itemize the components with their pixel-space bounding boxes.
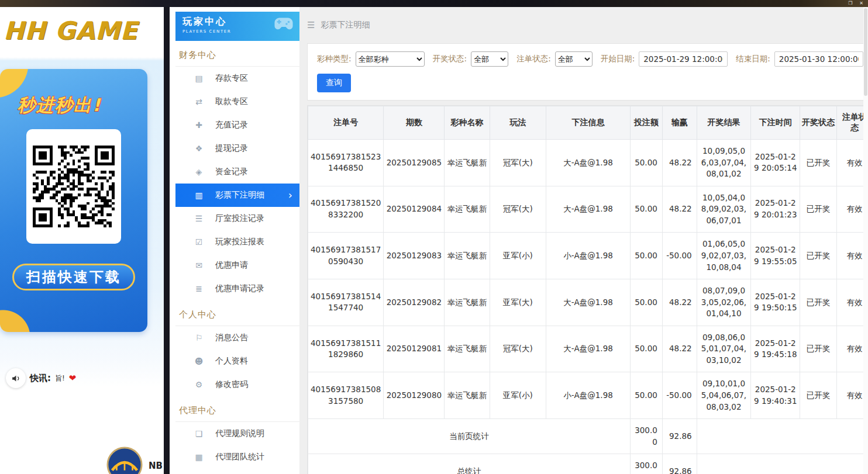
gamepad-icon: [274, 17, 294, 33]
qr-code: [33, 146, 115, 227]
summary-empty: [697, 419, 868, 454]
scrollbar-thumb[interactable]: [864, 8, 867, 96]
sidebar-item-label: 彩票下注明细: [215, 190, 264, 200]
sidebar-item-deposit[interactable]: ▤存款专区: [175, 67, 299, 90]
filter-row: 彩种类型: 全部彩种 开奖状态: 全部 注单状态: 全部 开始日期: 结束日期:: [317, 51, 863, 67]
table-cell: 50.00: [630, 326, 662, 372]
table-cell: 401569173815170590430: [308, 233, 384, 279]
section-header: 代理中心: [175, 396, 299, 422]
close-icon[interactable]: ✕: [859, 0, 863, 7]
funds-records-icon: ◈: [194, 167, 204, 177]
end-date-input[interactable]: [774, 51, 863, 67]
sidebar-item-withdraw-records[interactable]: ❖提现记录: [175, 137, 299, 160]
table-cell: 冠军(大): [490, 140, 546, 186]
bet-status-select[interactable]: 全部: [555, 51, 593, 67]
table-cell: 20250129082: [384, 279, 445, 326]
column-header: 投注额: [630, 106, 662, 140]
sidebar-item-label: 优惠申请记录: [215, 283, 264, 294]
filter-actions: 查询: [317, 74, 863, 92]
column-header: 开奖状态: [800, 106, 837, 140]
maximize-icon[interactable]: ❐: [848, 0, 852, 7]
table-cell: 01,06,05,09,02,07,03,10,08,04: [697, 233, 751, 279]
sidebar-item-agent-rules[interactable]: ❏代理规则说明: [175, 422, 299, 445]
table-cell: 已开奖: [800, 279, 837, 326]
table-cell: 20250129080: [384, 372, 445, 419]
table-cell: 已开奖: [800, 233, 837, 279]
page-title: 彩票下注明细: [321, 20, 370, 30]
table-cell: 大-A盘@1.98: [546, 279, 631, 326]
table-cell: 亚军(大): [490, 279, 546, 326]
table-cell: 20250129085: [384, 140, 445, 186]
table-cell: -50.00: [662, 233, 697, 279]
sidebar-item-label: 取款专区: [215, 96, 248, 107]
table-cell: 冠军(大): [490, 186, 546, 233]
ticker-label: 快讯:: [30, 373, 51, 384]
sidebar-item-label: 个人资料: [215, 356, 248, 366]
withdraw-icon: ⇄: [194, 97, 204, 106]
sidebar-item-recharge-records[interactable]: ✚充值记录: [175, 113, 299, 137]
lottery-type-label: 彩种类型:: [317, 54, 352, 64]
scan-download-button[interactable]: 扫描快速下载: [12, 264, 135, 290]
agent-team-icon: ▦: [194, 452, 204, 462]
table-cell: 亚军(小): [490, 233, 546, 279]
promo-apply-records-icon: ≣: [194, 284, 204, 293]
table-cell: 幸运飞艇新: [445, 233, 490, 279]
column-header: 彩种名称: [445, 106, 490, 140]
sidebar-item-profile[interactable]: ☻个人资料: [175, 350, 299, 373]
sidebar-item-label: 优惠申请: [215, 260, 248, 271]
column-header: 开奖结果: [697, 106, 751, 140]
table-row: 40156917381508315758020250129080幸运飞艇新亚军(…: [308, 372, 868, 419]
table-cell: 冠军(大): [490, 326, 546, 372]
sidebar-item-promo-apply-records[interactable]: ≣优惠申请记录: [175, 277, 299, 300]
sidebar-item-hall-bet-records[interactable]: ☰厅室投注记录: [175, 207, 299, 230]
table-cell: 401569173815083157580: [308, 372, 384, 419]
table-cell: 50.00: [630, 279, 662, 326]
sidebar-item-lottery-bet-details[interactable]: ▥彩票下注明细›: [175, 184, 299, 207]
sidebar-item-label: 厅室投注记录: [215, 213, 264, 224]
sidebar-item-label: 玩家投注报表: [215, 237, 264, 247]
sidebar-header: 玩家中心 PLAYERS CENTER: [175, 12, 299, 41]
table-cell: 50.00: [630, 372, 662, 419]
sidebar-item-promo-apply[interactable]: ✉优惠申请: [175, 254, 299, 277]
main-content: ☰ 彩票下注明细 彩种类型: 全部彩种 开奖状态: 全部 注单状态: 全部 开始…: [299, 7, 868, 474]
sidebar: 玩家中心 PLAYERS CENTER 财务中心▤存款专区⇄取款专区✚充值记录❖…: [170, 7, 299, 474]
start-date-input[interactable]: [639, 51, 728, 67]
table-cell: 08,07,09,03,05,02,06,01,04,10: [697, 279, 751, 326]
menu-icon[interactable]: ☰: [307, 20, 315, 30]
sidebar-item-label: 资金记录: [215, 167, 248, 177]
table-row: 40156917381523144685020250129085幸运飞艇新冠军(…: [308, 140, 868, 186]
table-cell: 大-A盘@1.98: [546, 186, 631, 233]
lottery-type-select[interactable]: 全部彩种: [356, 51, 425, 67]
draw-status-select[interactable]: 全部: [471, 51, 508, 67]
table-cell: 401569173815111829860: [308, 326, 384, 372]
sidebar-item-withdraw[interactable]: ⇄取款专区: [175, 90, 299, 113]
table-cell: 09,10,01,05,04,06,07,08,03,02: [697, 372, 751, 419]
column-header: 玩法: [490, 106, 546, 140]
table-cell: 已开奖: [800, 326, 837, 372]
scrollbar[interactable]: [863, 7, 868, 474]
sidebar-item-announcements[interactable]: ⚐消息公告: [175, 326, 299, 350]
table-cell: 幸运飞艇新: [445, 140, 490, 186]
table-cell: 小-A盘@1.98: [546, 372, 631, 419]
sidebar-item-funds-records[interactable]: ◈资金记录: [175, 160, 299, 184]
sidebar-item-player-bet-report[interactable]: ☑玩家投注报表: [175, 230, 299, 254]
summary-label: 总统计: [308, 454, 631, 474]
summary-winloss-total: 92.86: [662, 419, 697, 454]
window-titlebar: ❐ ✕: [0, 0, 868, 7]
page-header: ☰ 彩票下注明细: [307, 7, 868, 43]
table-cell: 2025-01-29 20:05:14: [751, 140, 800, 186]
summary-label: 当前页统计: [308, 419, 631, 454]
background-page: HH GAME 秒进秒出! 扫描快速下载 快讯:: [0, 7, 164, 474]
table-header-row: 注单号期数彩种名称玩法下注信息投注额输赢开奖结果下注时间开奖状态注单状态: [308, 106, 868, 140]
sidebar-item-change-password[interactable]: ⚙修改密码: [175, 373, 299, 396]
sidebar-item-agent-team[interactable]: ▦代理团队统计: [175, 445, 299, 469]
qr-card: [26, 129, 121, 244]
table-cell: 50.00: [630, 233, 662, 279]
announcements-icon: ⚐: [194, 333, 204, 342]
query-button[interactable]: 查询: [317, 74, 351, 92]
nba-card: NB: [106, 447, 163, 474]
draw-status-label: 开奖状态:: [433, 54, 467, 64]
ticker-text: 旨!: [55, 373, 65, 383]
table-row: 40156917381514154774020250129082幸运飞艇新亚军(…: [308, 279, 868, 326]
table-row: 40156917381511182986020250129081幸运飞艇新冠军(…: [308, 326, 868, 372]
